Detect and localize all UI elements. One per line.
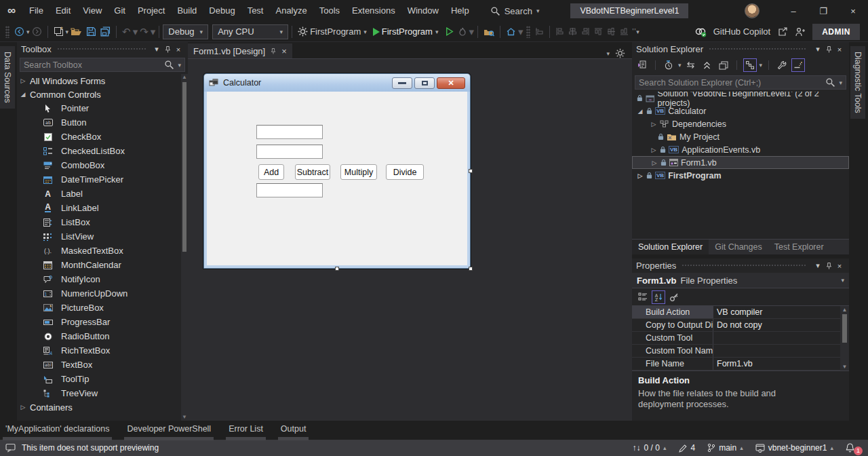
- tree-item-solution[interactable]: ∞ Solution 'VBdotNETBeginnerLevel1' (2 o…: [632, 92, 849, 104]
- toolbox-group-containers[interactable]: ▷Containers: [17, 400, 181, 414]
- align-centers-icon[interactable]: [566, 24, 579, 40]
- resize-handle-bottom[interactable]: [335, 267, 339, 271]
- align-bottoms-icon[interactable]: [618, 24, 631, 40]
- toolbox-group-all-windows-forms[interactable]: ▷All Windows Forms: [17, 74, 181, 88]
- menu-git[interactable]: Git: [108, 0, 132, 22]
- menu-extensions[interactable]: Extensions: [346, 0, 401, 22]
- redo-dropdown-icon[interactable]: ▾: [151, 26, 156, 38]
- toolbox-item-maskedtextbox[interactable]: (.).MaskedTextBox: [17, 244, 181, 258]
- properties-wrench-icon[interactable]: [775, 58, 789, 72]
- toolbox-item-treeview[interactable]: TreeView: [17, 386, 181, 400]
- designer-form-calculator[interactable]: Calculator ✕ Add Subtract Multiply: [203, 73, 471, 269]
- properties-close-icon[interactable]: ×: [834, 262, 845, 270]
- feedback-person-icon[interactable]: [795, 27, 806, 37]
- menu-help[interactable]: Help: [445, 0, 475, 22]
- profile-label[interactable]: FirstProgram: [310, 26, 361, 37]
- tab-close-icon[interactable]: ×: [281, 46, 287, 56]
- align-lefts-icon[interactable]: [553, 24, 566, 40]
- property-row-custom-tool[interactable]: Custom Tool: [632, 332, 849, 345]
- se-search-input[interactable]: [639, 78, 822, 88]
- preview-dropdown-icon[interactable]: ▾: [518, 26, 524, 38]
- platform-selector[interactable]: Any CPU▾: [212, 24, 288, 39]
- toolbox-search[interactable]: ▾: [20, 58, 185, 72]
- menu-tools[interactable]: Tools: [313, 0, 346, 22]
- alphabetical-sort-icon[interactable]: AZ: [652, 290, 665, 304]
- resize-handle-right[interactable]: [469, 169, 473, 173]
- menu-view[interactable]: View: [77, 0, 108, 22]
- property-row-copy-to-output[interactable]: Copy to Output Direct Do not copy: [632, 319, 849, 332]
- hot-reload-icon[interactable]: [456, 24, 469, 40]
- tree-item-firstprogram[interactable]: ▷ VB FirstProgram: [632, 169, 849, 182]
- toolbox-item-label[interactable]: ALabel: [17, 187, 181, 201]
- result-textbox[interactable]: [256, 183, 323, 197]
- toolbox-item-picturebox[interactable]: PictureBox: [17, 301, 181, 315]
- toolbox-item-checkbox[interactable]: CheckBox: [17, 130, 181, 144]
- properties-pin-icon[interactable]: [823, 262, 834, 270]
- open-file-button[interactable]: [68, 24, 84, 40]
- property-row-file-name[interactable]: File Name Form1.vb: [632, 358, 849, 370]
- form-titlebar[interactable]: Calculator ✕: [204, 74, 470, 92]
- search-options-icon[interactable]: ▾: [178, 62, 181, 69]
- toolbox-item-numericupdown[interactable]: 1NumericUpDown: [17, 286, 181, 301]
- minimize-button[interactable]: –: [778, 0, 808, 22]
- resize-handle-corner[interactable]: [469, 267, 473, 271]
- tab-output[interactable]: Output: [281, 424, 307, 436]
- property-row-build-action[interactable]: Build Action VB compiler: [632, 306, 849, 319]
- toolbar-grip[interactable]: [5, 26, 9, 38]
- pending-changes-filter-icon[interactable]: [662, 58, 675, 72]
- form-minimize-button[interactable]: [392, 77, 412, 89]
- tree-item-my-project[interactable]: My Project: [632, 130, 849, 143]
- save-all-button[interactable]: [98, 24, 113, 40]
- toolbox-item-monthcalendar[interactable]: MonthCalendar: [17, 258, 181, 272]
- toolbox-header[interactable]: Toolbox ▾ ×: [17, 42, 188, 56]
- toolbox-item-notifyicon[interactable]: NotifyIcon: [17, 272, 181, 286]
- sync-selection-toggle-icon[interactable]: [743, 58, 757, 72]
- tab-developer-powershell[interactable]: Developer PowerShell: [127, 424, 211, 436]
- form-close-button[interactable]: ✕: [437, 77, 465, 89]
- form-body[interactable]: Add Subtract Multiply Divide: [204, 92, 470, 268]
- copilot-label[interactable]: GitHub Copilot: [713, 26, 771, 37]
- menu-project[interactable]: Project: [132, 0, 171, 22]
- properties-menu-icon[interactable]: ▾: [812, 261, 823, 270]
- tab-myapplication-declarations[interactable]: 'MyApplication' declarations: [5, 424, 109, 436]
- navigate-forward-button[interactable]: [30, 24, 44, 40]
- toolbox-item-progressbar[interactable]: ProgressBar: [17, 315, 181, 329]
- filter-dropdown-icon[interactable]: ▾: [678, 62, 682, 69]
- menu-build[interactable]: Build: [171, 0, 203, 22]
- properties-header[interactable]: Properties ▾ ×: [632, 259, 849, 273]
- se-pin-icon[interactable]: [823, 45, 834, 54]
- notifications-bell[interactable]: 1: [846, 441, 863, 455]
- toolbox-item-pointer[interactable]: Pointer: [17, 101, 181, 115]
- tab-pin-icon[interactable]: [271, 48, 276, 55]
- undo-dropdown-icon[interactable]: ▾: [133, 26, 138, 38]
- git-repo-selector[interactable]: vbnet-beginner1 ▴: [755, 443, 833, 453]
- position-counter[interactable]: ↑↓ 0 / 0 ▴: [633, 443, 667, 453]
- multiply-button[interactable]: Multiply: [340, 164, 377, 180]
- start-debug-button[interactable]: [371, 24, 382, 40]
- save-button[interactable]: [84, 24, 98, 40]
- toolbox-item-combobox[interactable]: ComboBox: [17, 158, 181, 172]
- toolbox-item-richtextbox[interactable]: ARichTextBox: [17, 343, 181, 358]
- menu-debug[interactable]: Debug: [203, 0, 241, 22]
- toolbar-overflow-icon[interactable]: ''▾: [631, 24, 642, 40]
- tab-test-explorer[interactable]: Test Explorer: [768, 240, 830, 254]
- align-tops-icon[interactable]: [592, 24, 605, 40]
- git-branch-selector[interactable]: main ▴: [707, 443, 743, 453]
- switch-views-icon[interactable]: [635, 58, 649, 72]
- restore-button[interactable]: ❐: [808, 0, 838, 22]
- add-button[interactable]: Add: [258, 164, 284, 180]
- menu-test[interactable]: Test: [241, 0, 270, 22]
- toolbox-menu-icon[interactable]: ▾: [151, 45, 162, 54]
- se-close-icon[interactable]: ×: [834, 45, 845, 54]
- toolbox-item-linklabel[interactable]: ALinkLabel: [17, 201, 181, 215]
- user-avatar[interactable]: [745, 3, 760, 18]
- new-project-button[interactable]: [52, 24, 66, 40]
- sync-with-active-document-icon[interactable]: [684, 58, 698, 72]
- align-middles-icon[interactable]: [605, 24, 618, 40]
- tab-list-dropdown-icon[interactable]: ▾: [606, 50, 610, 57]
- textbox2[interactable]: [256, 145, 323, 159]
- sync-dropdown-icon[interactable]: ▾: [760, 62, 763, 69]
- tab-solution-explorer[interactable]: Solution Explorer: [632, 240, 709, 254]
- toolbox-scrollbar[interactable]: ▲ ▼: [181, 74, 188, 421]
- diagnostic-tools-tab[interactable]: Diagnostic Tools: [850, 46, 865, 119]
